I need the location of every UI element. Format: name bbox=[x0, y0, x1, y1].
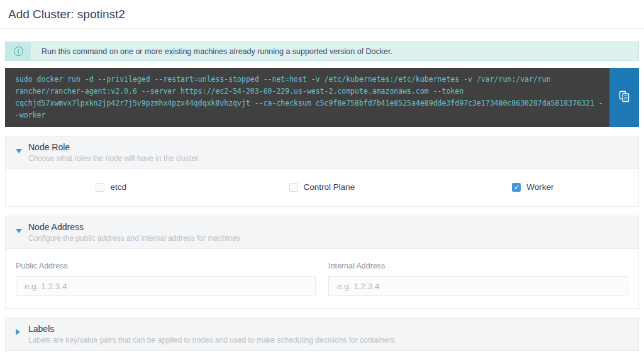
control-plane-checkbox-label: Control Plane bbox=[304, 182, 355, 192]
section-node-address-body: Public Address Internal Address bbox=[6, 248, 638, 308]
etcd-checkbox[interactable] bbox=[96, 183, 104, 192]
copy-command-button[interactable] bbox=[609, 68, 639, 127]
internal-address-input[interactable] bbox=[328, 276, 628, 296]
role-col-worker: Worker bbox=[428, 182, 638, 192]
node-role-options: etcd Control Plane Worker bbox=[6, 169, 638, 206]
role-col-control-plane: Control Plane bbox=[216, 182, 427, 192]
section-node-role-body: etcd Control Plane Worker bbox=[6, 168, 638, 206]
section-node-role-subtitle: Choose what roles the node will have in … bbox=[28, 154, 630, 163]
worker-checkbox[interactable] bbox=[512, 183, 521, 192]
public-address-field-group: Public Address bbox=[16, 262, 316, 296]
public-address-label: Public Address bbox=[16, 262, 316, 270]
docker-command-text: sudo docker run -d --privileged --restar… bbox=[5, 68, 609, 127]
section-labels-subtitle: Labels are key/value pairs that can be a… bbox=[28, 336, 630, 345]
internal-address-field-group: Internal Address bbox=[328, 262, 628, 296]
page-title: Add Cluster: spotinst2 bbox=[0, 0, 644, 28]
section-labels: Labels Labels are key/value pairs that c… bbox=[5, 317, 639, 351]
section-node-role: Node Role Choose what roles the node wil… bbox=[5, 136, 639, 207]
section-node-address-header[interactable]: Node Address Configure the public addres… bbox=[6, 216, 638, 248]
worker-checkbox-label: Worker bbox=[526, 182, 553, 192]
control-plane-checkbox[interactable] bbox=[289, 183, 298, 192]
section-node-role-title: Node Role bbox=[28, 142, 630, 152]
section-node-address-title: Node Address bbox=[28, 222, 630, 232]
chevron-down-icon bbox=[16, 149, 22, 153]
chevron-right-icon bbox=[16, 329, 20, 335]
checkbox-item-worker[interactable]: Worker bbox=[512, 182, 553, 192]
etcd-checkbox-label: etcd bbox=[110, 182, 126, 192]
section-labels-header[interactable]: Labels Labels are key/value pairs that c… bbox=[6, 318, 638, 350]
role-col-etcd: etcd bbox=[6, 182, 216, 192]
info-banner-text: Run this command on one or more existing… bbox=[31, 42, 392, 60]
address-fields: Public Address Internal Address bbox=[6, 249, 638, 308]
section-labels-title: Labels bbox=[28, 324, 630, 334]
section-node-address-subtitle: Configure the public address and interna… bbox=[28, 234, 630, 243]
info-banner-icon-cell: i bbox=[6, 42, 31, 60]
add-cluster-page: Add Cluster: spotinst2 i Run this comman… bbox=[0, 0, 644, 364]
chevron-down-icon bbox=[16, 229, 22, 233]
section-node-address: Node Address Configure the public addres… bbox=[5, 216, 639, 309]
title-divider bbox=[0, 28, 644, 29]
checkbox-item-control-plane[interactable]: Control Plane bbox=[289, 182, 355, 192]
internal-address-label: Internal Address bbox=[328, 262, 628, 270]
info-icon: i bbox=[14, 47, 23, 56]
section-node-role-header[interactable]: Node Role Choose what roles the node wil… bbox=[6, 136, 638, 168]
public-address-input[interactable] bbox=[16, 276, 316, 296]
clipboard-copy-icon bbox=[619, 91, 630, 104]
docker-command-block: sudo docker run -d --privileged --restar… bbox=[5, 68, 639, 127]
checkbox-item-etcd[interactable]: etcd bbox=[96, 182, 126, 192]
info-banner: i Run this command on one or more existi… bbox=[5, 41, 639, 61]
